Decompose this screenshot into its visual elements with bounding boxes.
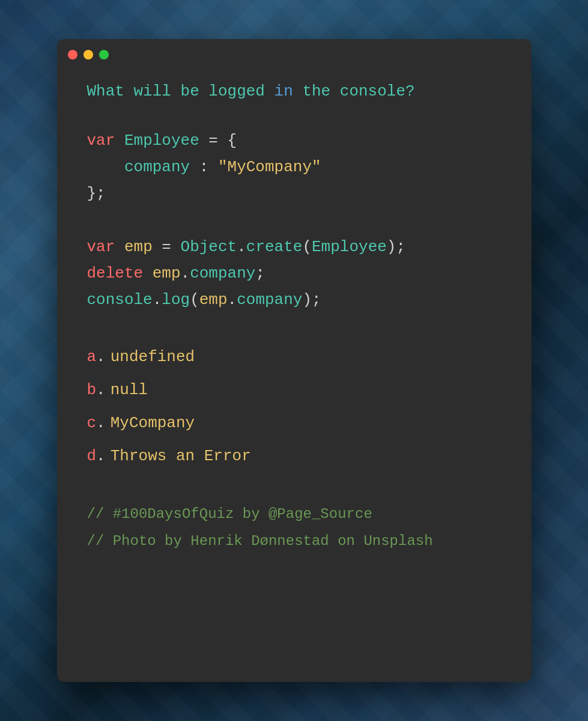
answer-c: c.MyCompany bbox=[87, 409, 502, 437]
comment-quiz: // #100DaysOfQuiz by @Page_Source bbox=[87, 500, 502, 528]
question-in: in bbox=[274, 82, 293, 100]
question-text: What will be logged in the console? bbox=[87, 80, 502, 103]
answer-b-text: null bbox=[111, 381, 148, 399]
letter-d: d bbox=[87, 447, 97, 465]
string-mycompany: "MyCompany" bbox=[218, 158, 321, 176]
comments-block: // #100DaysOfQuiz by @Page_Source // Pho… bbox=[87, 500, 502, 555]
answer-c-text: MyCompany bbox=[111, 414, 195, 432]
arg-employee: Employee bbox=[312, 238, 387, 256]
keyword-var-1: var bbox=[87, 132, 115, 150]
comment-photo: // Photo by Henrik Dønnestad on Unsplash bbox=[87, 528, 502, 555]
code-line-1: var Employee = { bbox=[87, 127, 502, 154]
property-company-2: company bbox=[190, 264, 255, 282]
code-line-2: company : "MyCompany" bbox=[87, 154, 502, 180]
identifier-emp: emp bbox=[124, 238, 153, 256]
maximize-button[interactable] bbox=[99, 50, 109, 59]
code-line-blank-1 bbox=[87, 207, 502, 234]
code-line-4: var emp = Object.create(Employee); bbox=[87, 234, 502, 260]
content-area: What will be logged in the console? var … bbox=[57, 68, 532, 682]
question-the-console: the console? bbox=[293, 82, 415, 100]
answer-d: d.Throws an Error bbox=[87, 442, 502, 470]
letter-a: a bbox=[87, 348, 97, 366]
keyword-var-2: var bbox=[87, 238, 115, 256]
code-block: var Employee = { company : "MyCompany" }… bbox=[87, 127, 502, 313]
code-window: What will be logged in the console? var … bbox=[57, 39, 532, 682]
titlebar bbox=[57, 39, 532, 68]
identifier-emp-2: emp bbox=[153, 264, 181, 282]
minimize-button[interactable] bbox=[83, 50, 93, 59]
code-line-3: }; bbox=[87, 180, 502, 207]
answer-b: b.null bbox=[87, 376, 502, 404]
letter-c: c bbox=[87, 414, 97, 432]
identifier-object: Object bbox=[181, 238, 237, 256]
method-create: create bbox=[246, 238, 303, 256]
close-button[interactable] bbox=[68, 50, 77, 59]
keyword-delete: delete bbox=[87, 264, 144, 282]
identifier-Employee: Employee bbox=[124, 132, 199, 150]
answer-a-text: undefined bbox=[111, 348, 195, 366]
answers-block: a.undefined b.null c.MyCompany d.Throws … bbox=[87, 343, 502, 470]
code-line-5: delete emp.company; bbox=[87, 260, 502, 287]
property-company: company bbox=[124, 158, 190, 176]
property-company-3: company bbox=[237, 291, 302, 309]
question-what: What will be logged bbox=[87, 82, 274, 100]
code-line-6: console.log(emp.company); bbox=[87, 287, 502, 313]
identifier-emp-3: emp bbox=[199, 291, 228, 309]
method-log: log bbox=[162, 291, 190, 309]
answer-d-text: Throws an Error bbox=[111, 447, 251, 465]
answer-a: a.undefined bbox=[87, 343, 502, 371]
letter-b: b bbox=[87, 381, 97, 399]
keyword-console: console bbox=[87, 291, 153, 309]
